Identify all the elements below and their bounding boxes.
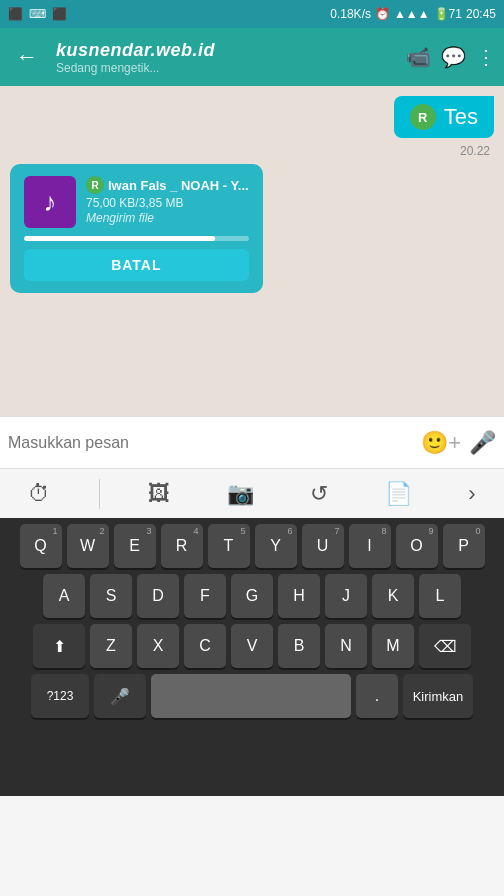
outgoing-tes-message: R Tes [394,96,494,138]
key-q[interactable]: Q1 [20,524,62,568]
key-d[interactable]: D [137,574,179,618]
keyboard-bottom-row: ?123 🎤 . Kirimkan [4,674,500,718]
key-z[interactable]: Z [90,624,132,668]
key-b[interactable]: B [278,624,320,668]
chat-area: R Tes 20.22 ♪ R Iwan Fals _ NOAH - Y... … [0,86,504,416]
key-n[interactable]: N [325,624,367,668]
file-sender-row: R Iwan Fals _ NOAH - Y... [86,176,249,194]
key-x[interactable]: X [137,624,179,668]
cancel-button[interactable]: BATAL [24,249,249,281]
file-header: ♪ R Iwan Fals _ NOAH - Y... 75,00 KB/3,8… [24,176,249,228]
progress-bar-fill [24,236,215,241]
delete-key[interactable]: ⌫ [419,624,471,668]
file-type-icon: ♪ [24,176,76,228]
key-o[interactable]: O9 [396,524,438,568]
more-options-icon[interactable]: ⋮ [476,45,496,69]
key-c[interactable]: C [184,624,226,668]
keyboard: Q1 W2 E3 R4 T5 Y6 U7 I8 O9 P0 A S D F G … [0,518,504,796]
app-bar-actions: 📹 💬 ⋮ [406,45,496,69]
contact-name: kusnendar.web.id [56,40,396,61]
key-l[interactable]: L [419,574,461,618]
status-left-icons: ⬛ ⌨ ⬛ [8,7,67,21]
contact-status: Sedang mengetik... [56,61,396,75]
tes-sender-avatar: R [410,104,436,130]
key-j[interactable]: J [325,574,367,618]
key-t[interactable]: T5 [208,524,250,568]
camera-icon[interactable]: 📷 [219,477,262,511]
key-s[interactable]: S [90,574,132,618]
key-v[interactable]: V [231,624,273,668]
battery-icon: 🔋71 [434,7,462,21]
key-k[interactable]: K [372,574,414,618]
file-icon[interactable]: 📄 [377,477,420,511]
send-key[interactable]: Kirimkan [403,674,473,718]
keyboard-row-2: A S D F G H J K L [4,574,500,618]
key-p[interactable]: P0 [443,524,485,568]
key-a[interactable]: A [43,574,85,618]
period-key[interactable]: . [356,674,398,718]
app-bar: ← kusnendar.web.id Sedang mengetik... 📹 … [0,28,504,86]
mic-button[interactable]: 🎤 [469,430,496,456]
keyboard-icon: ⌨ [29,7,46,21]
alarm-icon: ⏰ [375,7,390,21]
key-f[interactable]: F [184,574,226,618]
more-toolbar-icon[interactable]: › [460,477,483,511]
time-display: 20:45 [466,7,496,21]
key-i[interactable]: I8 [349,524,391,568]
key-g[interactable]: G [231,574,273,618]
key-m[interactable]: M [372,624,414,668]
status-bar: ⬛ ⌨ ⬛ 0.18K/s ⏰ ▲▲▲ 🔋71 20:45 [0,0,504,28]
message-input[interactable] [8,434,413,452]
message-timestamp: 20.22 [10,144,494,158]
progress-bar-container [24,236,249,241]
file-name: Iwan Fals _ NOAH - Y... [108,178,249,193]
gallery-icon[interactable]: 🖼 [140,477,178,511]
status-right-info: 0.18K/s ⏰ ▲▲▲ 🔋71 20:45 [330,7,496,21]
key-y[interactable]: Y6 [255,524,297,568]
file-message-bubble: ♪ R Iwan Fals _ NOAH - Y... 75,00 KB/3,8… [10,164,263,293]
back-button[interactable]: ← [8,40,46,74]
key-e[interactable]: E3 [114,524,156,568]
signal-icon1: ▲▲▲ [394,7,430,21]
tes-text: Tes [444,104,478,130]
toolbar-area: ⏱ 🖼 📷 ↺ 📄 › [0,468,504,518]
video-call-icon[interactable]: 📹 [406,45,431,69]
file-size: 75,00 KB/3,85 MB [86,196,249,210]
tes-bubble: R Tes [394,96,494,138]
gif-icon[interactable]: ↺ [302,477,336,511]
keyboard-row-1: Q1 W2 E3 R4 T5 Y6 U7 I8 O9 P0 [4,524,500,568]
file-sender-avatar: R [86,176,104,194]
file-transfer-status: Mengirim file [86,211,249,225]
space-key[interactable] [151,674,351,718]
message-icon[interactable]: 💬 [441,45,466,69]
file-info: R Iwan Fals _ NOAH - Y... 75,00 KB/3,85 … [86,176,249,225]
network-speed: 0.18K/s [330,7,371,21]
numbers-key[interactable]: ?123 [31,674,89,718]
timer-icon[interactable]: ⏱ [20,477,58,511]
key-h[interactable]: H [278,574,320,618]
keyboard-row-3: ⬆ Z X C V B N M ⌫ [4,624,500,668]
bb-icon2: ⬛ [52,7,67,21]
mic-keyboard-key[interactable]: 🎤 [94,674,146,718]
toolbar-divider1 [99,479,100,509]
message-input-area: 🙂+ 🎤 [0,416,504,468]
emoji-button[interactable]: 🙂+ [421,430,461,456]
key-w[interactable]: W2 [67,524,109,568]
key-r[interactable]: R4 [161,524,203,568]
shift-key[interactable]: ⬆ [33,624,85,668]
key-u[interactable]: U7 [302,524,344,568]
contact-info[interactable]: kusnendar.web.id Sedang mengetik... [56,40,396,75]
bb-icon: ⬛ [8,7,23,21]
